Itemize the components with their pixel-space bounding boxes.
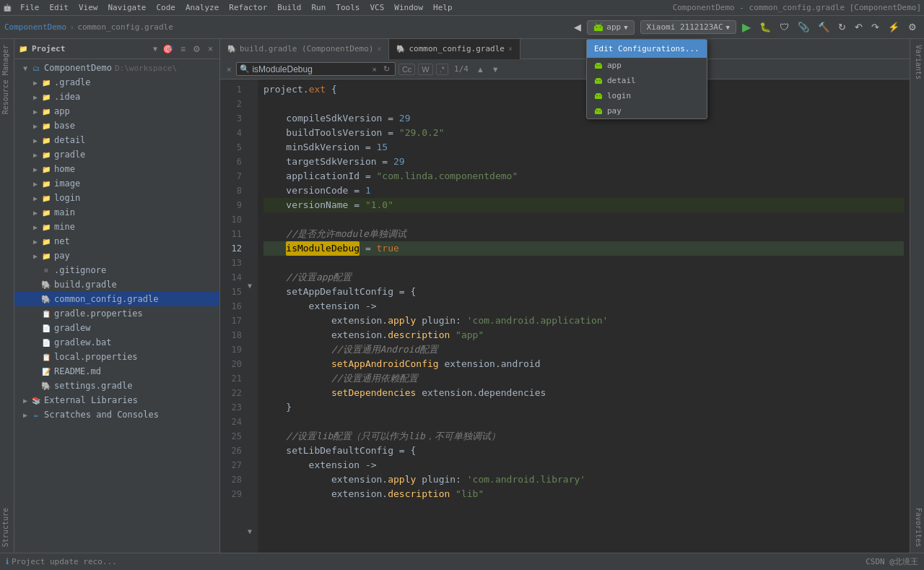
config-pay-item[interactable]: pay: [587, 103, 707, 118]
menu-edit[interactable]: Edit: [45, 1, 74, 14]
menu-help[interactable]: Help: [429, 1, 457, 14]
code-line-12: isModuleDebug = true: [263, 241, 904, 256]
build-button[interactable]: 🔨: [815, 20, 832, 34]
code-line-28: extension.apply plugin: 'com.android.lib…: [263, 472, 904, 487]
tree-item-readme[interactable]: 📝 README.md: [14, 364, 219, 379]
run-config-button[interactable]: app ▼: [587, 20, 634, 35]
edit-configurations-item[interactable]: Edit Configurations...: [587, 40, 707, 58]
menu-navigate[interactable]: Navigate: [104, 1, 151, 14]
code-line-16: extension ->: [263, 299, 904, 314]
tree-item-gradle[interactable]: ▶ 📁 gradle: [14, 147, 219, 162]
tree-item-login[interactable]: ▶ 📁 login: [14, 191, 219, 205]
project-panel-header: 📁 Project ▼ 🎯 ≡ ⚙ ×: [14, 39, 219, 59]
tree-item-base[interactable]: ▶ 📁 base: [14, 118, 219, 133]
project-folder-icon: 🗂: [30, 62, 42, 74]
tab-common-config-close[interactable]: ×: [508, 45, 513, 53]
search-clear-btn[interactable]: ×: [370, 64, 378, 74]
variants-tab[interactable]: Variants: [910, 39, 924, 85]
menu-code[interactable]: Code: [152, 1, 180, 14]
menu-analyze[interactable]: Analyze: [181, 1, 223, 14]
ln-6: 6: [220, 155, 248, 169]
search-close-btn[interactable]: ×: [225, 64, 233, 74]
sync-button[interactable]: ↻: [835, 20, 849, 34]
code-line-17: extension.apply plugin: 'com.android.app…: [263, 314, 904, 328]
config-app-item[interactable]: app: [587, 58, 707, 73]
idea-arrow: ▶: [30, 93, 40, 101]
regex-btn[interactable]: .*: [436, 64, 448, 75]
match-case-btn[interactable]: Cc: [398, 64, 415, 75]
config-detail-item[interactable]: detail: [587, 73, 707, 88]
coverage-button[interactable]: 🛡: [777, 20, 792, 34]
home-folder-icon: 📁: [40, 163, 52, 175]
whole-word-btn[interactable]: W: [418, 64, 432, 75]
resource-manager-tab[interactable]: Resource Manager: [0, 39, 14, 120]
tree-item-scratches[interactable]: ▶ ✏ Scratches and Consoles: [14, 407, 219, 422]
tree-item-gradle-props[interactable]: 📋 gradle.properties: [14, 306, 219, 321]
device-selector[interactable]: Xiaomi 2112123AC ▼: [640, 20, 736, 34]
tree-item-net[interactable]: ▶ 📁 net: [14, 234, 219, 249]
menu-run[interactable]: Run: [307, 1, 330, 14]
menu-tools[interactable]: Tools: [331, 1, 364, 14]
config-login-item[interactable]: login: [587, 88, 707, 103]
tree-item-gradlew[interactable]: 📄 gradlew: [14, 321, 219, 335]
debug-button[interactable]: 🐛: [757, 20, 774, 34]
menu-window[interactable]: Window: [390, 1, 427, 14]
panel-settings-btn[interactable]: ⚙: [191, 43, 203, 55]
tab-build-gradle-close[interactable]: ×: [377, 45, 381, 53]
search-prev-btn[interactable]: ▲: [474, 64, 487, 74]
menu-view[interactable]: View: [74, 1, 103, 14]
tab-common-config[interactable]: 🐘 common_config.gradle ×: [389, 39, 520, 59]
tree-item-gradlew-bat[interactable]: 📄 gradlew.bat: [14, 335, 219, 350]
mine-folder-icon: 📁: [40, 221, 52, 233]
power-save-button[interactable]: ⚡: [885, 20, 902, 34]
tree-item-external-libs[interactable]: ▶ 📚 External Libraries: [14, 393, 219, 407]
settings-button[interactable]: ⚙: [905, 20, 920, 34]
code-content[interactable]: project.ext { compileSdkVersion = 29 bui…: [258, 79, 910, 553]
back-btn[interactable]: ◀: [571, 20, 584, 34]
search-next-btn[interactable]: ▼: [489, 64, 502, 74]
code-line-1: project.ext {: [263, 82, 904, 97]
base-folder-icon: 📁: [40, 120, 52, 131]
redo-button[interactable]: ↷: [868, 20, 882, 34]
tree-item-home[interactable]: ▶ 📁 home: [14, 162, 219, 176]
tree-item-settings-gradle[interactable]: 🐘 settings.gradle: [14, 379, 219, 393]
fold-arrow-15[interactable]: ▼: [248, 282, 252, 290]
tab-build-gradle[interactable]: 🐘 build.gradle (ComponentDemo) ×: [220, 39, 389, 59]
run-config-name: app: [606, 22, 621, 32]
ln-11: 11: [220, 227, 248, 241]
menu-file[interactable]: File: [16, 1, 44, 14]
tree-item-build-gradle[interactable]: 🐘 build.gradle: [14, 277, 219, 292]
run-button[interactable]: ▶: [739, 19, 754, 35]
collapse-all-btn[interactable]: ≡: [178, 43, 188, 55]
structure-tab[interactable]: Structure: [0, 502, 14, 553]
tree-item-pay[interactable]: ▶ 📁 pay: [14, 249, 219, 263]
locate-file-btn[interactable]: 🎯: [160, 43, 175, 55]
search-magnifier-icon: 🔍: [240, 64, 250, 74]
tree-item-gradle-hidden[interactable]: ▶ 📁 .gradle: [14, 75, 219, 90]
tree-item-image[interactable]: ▶ 📁 image: [14, 176, 219, 191]
tree-item-idea[interactable]: ▶ 📁 .idea: [14, 90, 219, 104]
hide-panel-btn[interactable]: ×: [206, 43, 215, 55]
tree-item-local-props[interactable]: 📋 local.properties: [14, 350, 219, 364]
undo-button[interactable]: ↶: [852, 20, 866, 34]
search-input[interactable]: [252, 64, 367, 74]
tree-item-common-config[interactable]: 🐘 common_config.gradle: [14, 292, 219, 306]
tree-item-mine[interactable]: ▶ 📁 mine: [14, 220, 219, 234]
attach-button[interactable]: 📎: [795, 20, 812, 34]
fold-arrow-26[interactable]: ▼: [248, 527, 252, 535]
tree-item-main[interactable]: ▶ 📁 main: [14, 205, 219, 220]
menu-vcs[interactable]: VCS: [365, 1, 388, 14]
breadcrumb-project[interactable]: ComponentDemo: [4, 22, 66, 32]
main-layout: Resource Manager Structure 📁 Project ▼ 🎯…: [0, 39, 924, 553]
config-pay-label: pay: [607, 106, 622, 116]
tree-item-detail[interactable]: ▶ 📁 detail: [14, 133, 219, 147]
main-label: main: [54, 207, 75, 217]
breadcrumb-file[interactable]: common_config.gradle: [77, 22, 173, 32]
tree-item-gitignore[interactable]: ⚙ .gitignore: [14, 263, 219, 277]
tree-root[interactable]: ▼ 🗂 ComponentDemo D:\workspace\: [14, 61, 219, 75]
tree-item-app[interactable]: ▶ 📁 app: [14, 104, 219, 118]
search-refresh-btn[interactable]: ↻: [381, 64, 392, 74]
favorites-tab[interactable]: Favorites: [910, 502, 924, 553]
menu-build[interactable]: Build: [273, 1, 305, 14]
menu-refactor[interactable]: Refactor: [225, 1, 271, 14]
